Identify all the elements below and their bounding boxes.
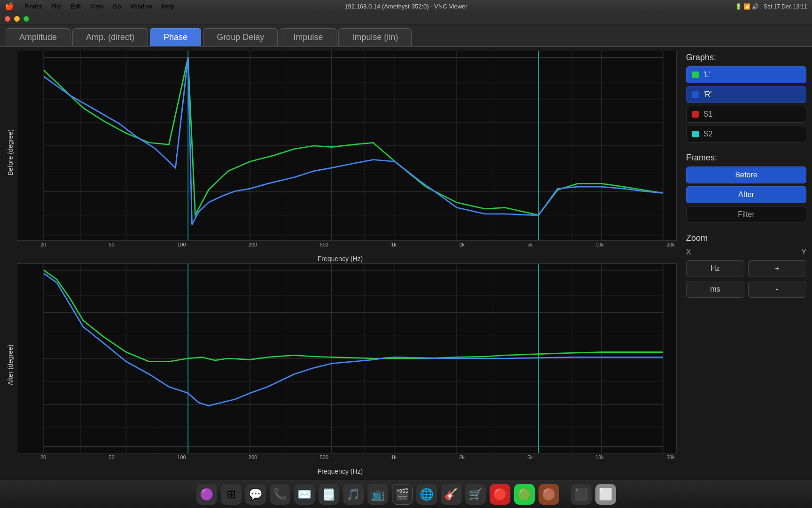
- before-chart-svg: [17, 51, 676, 240]
- R-color-swatch: [692, 91, 699, 98]
- graph-S2-label: S2: [703, 130, 713, 138]
- apple-menu[interactable]: 🍎: [5, 2, 14, 11]
- graph-btn-S1[interactable]: S1: [686, 106, 806, 123]
- dock-icon-music[interactable]: 🎵: [343, 484, 364, 505]
- frame-btn-before[interactable]: Before: [686, 167, 806, 183]
- menubar: 🍎 Finder File Edit View Go Window Help 1…: [0, 0, 812, 13]
- dock-icon-app5[interactable]: 🔴: [490, 484, 510, 505]
- menu-help[interactable]: Help: [159, 2, 177, 11]
- menu-window[interactable]: Window: [128, 2, 155, 11]
- menu-go[interactable]: Go: [110, 2, 124, 11]
- x-tick-20k: 20k: [666, 242, 675, 247]
- dock-icon-app2[interactable]: 🌐: [416, 484, 437, 505]
- S1-color-swatch: [692, 111, 699, 118]
- menu-view[interactable]: View: [87, 2, 106, 11]
- dock-icon-tv[interactable]: 📺: [367, 484, 388, 505]
- x-tick-1k: 1k: [391, 242, 397, 247]
- window-titlebar: [0, 13, 812, 24]
- frame-btn-filter[interactable]: Filter: [686, 206, 806, 223]
- x-tick-2k: 2k: [459, 242, 465, 247]
- close-button[interactable]: [5, 16, 10, 22]
- menu-finder[interactable]: Finder: [22, 2, 45, 11]
- right-panel: Graphs: 'L' 'R' S1 S2: [680, 47, 812, 480]
- tab-amplitude[interactable]: Amplitude: [6, 28, 70, 46]
- after-x-tick-10k: 10k: [595, 454, 604, 460]
- dock-icon-finder[interactable]: 🟣: [196, 484, 217, 505]
- dock-icon-app7[interactable]: 🟤: [539, 484, 559, 505]
- graph-L-label: 'L': [703, 71, 710, 79]
- graph-S1-label: S1: [703, 110, 713, 119]
- zoom-ms-row: ms -: [686, 281, 806, 298]
- x-tick-50: 50: [109, 242, 115, 247]
- L-color-swatch: [692, 71, 699, 78]
- graph-btn-R[interactable]: 'R': [686, 86, 806, 103]
- dock-icon-app1[interactable]: 🎬: [392, 484, 413, 505]
- tab-phase[interactable]: Phase: [150, 28, 201, 46]
- zoom-section: Zoom X Y Hz + ms -: [686, 233, 806, 298]
- dock: 🟣 ⊞ 💬 📞 ✉️ 🗒️ 🎵 📺 🎬 🌐 🎸 🛒 🔴 🟢 🟤 ⬛ ⬜: [0, 480, 812, 508]
- zoom-hz-btn[interactable]: Hz: [686, 260, 744, 277]
- after-chart-container: 180 90 0 -90 -180: [17, 263, 677, 467]
- after-x-tick-100: 100: [177, 454, 186, 460]
- graph-btn-S2[interactable]: S2: [686, 126, 806, 143]
- dock-icon-mail[interactable]: ✉️: [294, 484, 315, 505]
- frequency-label-bottom: Frequency (Hz): [4, 467, 677, 476]
- dock-icon-notes[interactable]: 🗒️: [319, 484, 339, 505]
- zoom-title: Zoom: [686, 233, 806, 243]
- menu-file[interactable]: File: [48, 2, 64, 11]
- frequency-label-between: Frequency (Hz): [4, 254, 677, 263]
- tab-impulse-lin[interactable]: Impulse (lin): [338, 28, 412, 46]
- dock-icon-app4[interactable]: 🛒: [465, 484, 486, 505]
- content-area: Before (degree) 180 90 0 -90 -180: [0, 47, 812, 480]
- maximize-button[interactable]: [23, 16, 29, 22]
- system-tray: 🔋 📶 🔊 Sat 17 Dec 13:11: [735, 3, 807, 10]
- graph-btn-L[interactable]: 'L': [686, 66, 806, 83]
- after-y-axis-label: After (degree): [4, 263, 17, 467]
- after-chart-svg: [17, 264, 676, 453]
- dock-icon-phone[interactable]: 📞: [270, 484, 290, 505]
- dock-icon-launchpad[interactable]: ⊞: [221, 484, 242, 505]
- dock-icon-app3[interactable]: 🎸: [441, 484, 461, 505]
- tab-impulse[interactable]: Impulse: [280, 28, 336, 46]
- dock-icon-app9[interactable]: ⬜: [595, 484, 616, 505]
- after-x-tick-1k: 1k: [391, 454, 397, 460]
- dock-icon-messages[interactable]: 💬: [245, 484, 266, 505]
- after-x-axis: 20 50 100 200 500 1k 2k 5k 10k 20k: [17, 453, 677, 467]
- window-title: 192.168.0.14 (Amethyst-352:0) - VNC View…: [344, 3, 467, 10]
- dock-icon-app6[interactable]: 🟢: [514, 484, 535, 505]
- frames-section: Frames: Before After Filter: [686, 153, 806, 226]
- frame-btn-after[interactable]: After: [686, 186, 806, 203]
- graph-R-label: 'R': [703, 90, 712, 99]
- x-tick-10k: 10k: [595, 242, 604, 247]
- after-x-tick-200: 200: [249, 454, 257, 460]
- before-chart-container: 180 90 0 -90 -180: [17, 51, 677, 254]
- zoom-y-label: Y: [801, 248, 806, 256]
- zoom-ms-btn[interactable]: ms: [686, 281, 744, 298]
- before-x-axis: 20 50 100 200 500 1k 2k 5k 10k 20k: [17, 241, 677, 254]
- after-x-tick-2k: 2k: [459, 454, 465, 460]
- zoom-minus-btn[interactable]: -: [748, 281, 806, 298]
- zoom-x-label: X: [686, 248, 691, 256]
- app-container: Amplitude Amp. (direct) Phase Group Dela…: [0, 24, 812, 480]
- tab-group-delay[interactable]: Group Delay: [203, 28, 278, 46]
- clock: Sat 17 Dec 13:11: [764, 3, 807, 10]
- minimize-button[interactable]: [14, 16, 20, 22]
- zoom-hz-row: Hz +: [686, 260, 806, 277]
- zoom-xy-row: X Y: [686, 248, 806, 256]
- before-chart-wrapper: Before (degree) 180 90 0 -90 -180: [4, 51, 677, 254]
- charts-area: Before (degree) 180 90 0 -90 -180: [0, 47, 680, 480]
- after-x-tick-20k: 20k: [666, 454, 675, 460]
- after-x-tick-5k: 5k: [527, 454, 533, 460]
- after-x-tick-50: 50: [109, 454, 115, 460]
- tab-amp-direct[interactable]: Amp. (direct): [72, 28, 148, 46]
- S2-color-swatch: [692, 131, 699, 137]
- zoom-plus-btn[interactable]: +: [748, 260, 806, 277]
- tab-bar: Amplitude Amp. (direct) Phase Group Dela…: [0, 24, 812, 47]
- system-menubar: 🍎 Finder File Edit View Go Window Help: [5, 2, 177, 11]
- x-tick-5k: 5k: [527, 242, 533, 247]
- dock-icon-app8[interactable]: ⬛: [571, 484, 592, 505]
- after-x-tick-500: 500: [320, 454, 328, 460]
- menu-edit[interactable]: Edit: [68, 2, 84, 11]
- x-tick-200: 200: [249, 242, 257, 247]
- x-tick-500: 500: [320, 242, 328, 247]
